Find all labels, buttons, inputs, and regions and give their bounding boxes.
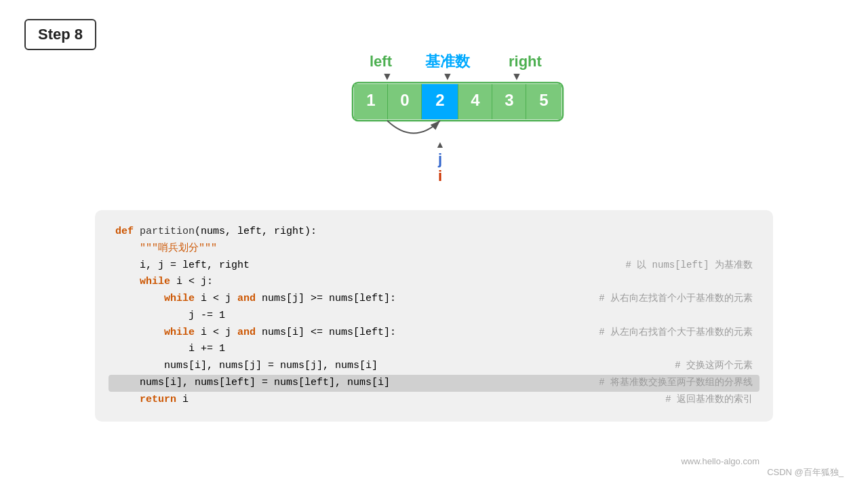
code-line-5: while i < j and nums[j] >= nums[left]: #… xyxy=(115,291,753,308)
cell-2-pivot: 2 xyxy=(435,91,444,109)
watermark-csdn: CSDN @百年狐独_ xyxy=(767,466,844,479)
label-pivot: 基准数 xyxy=(425,53,471,70)
label-right: right xyxy=(509,53,542,70)
diagram-area: left 基准数 right ▼ ▼ ▼ 1 0 2 4 3 xyxy=(0,41,868,197)
cell-1: 0 xyxy=(400,91,409,109)
code-line-10: nums[i], nums[left] = nums[left], nums[i… xyxy=(108,375,760,392)
arrow-right: ▼ xyxy=(511,70,522,82)
code-line-7: while i < j and nums[i] <= nums[left]: #… xyxy=(115,325,753,342)
code-line-3: i, j = left, right # 以 nums[left] 为基准数 xyxy=(115,258,753,274)
cell-3: 4 xyxy=(471,91,480,109)
code-line-6: j -= 1 xyxy=(115,308,753,325)
code-line-2: """哨兵划分""" xyxy=(115,241,753,258)
label-j: j xyxy=(437,150,442,167)
arrow-left: ▼ xyxy=(382,70,393,82)
code-line-9: nums[i], nums[j] = nums[j], nums[i] # 交换… xyxy=(115,358,753,375)
diagram-svg: left 基准数 right ▼ ▼ ▼ 1 0 2 4 3 xyxy=(264,41,604,197)
cell-5: 5 xyxy=(539,91,548,109)
code-area: def partition(nums, left, right): """哨兵划… xyxy=(95,210,773,422)
cell-4: 3 xyxy=(505,91,513,109)
label-left: left xyxy=(370,53,393,70)
watermark-url: www.hello-algo.com xyxy=(681,456,760,466)
label-i: i xyxy=(438,167,442,184)
arrow-pivot: ▼ xyxy=(442,70,453,82)
arrow-up: ▲ xyxy=(435,139,445,150)
code-line-8: i += 1 xyxy=(115,341,753,358)
code-line-4: while i < j: xyxy=(115,274,753,291)
cell-0: 1 xyxy=(366,91,375,109)
code-line-11: return i # 返回基准数的索引 xyxy=(115,392,753,409)
code-line-1: def partition(nums, left, right): xyxy=(115,224,753,241)
